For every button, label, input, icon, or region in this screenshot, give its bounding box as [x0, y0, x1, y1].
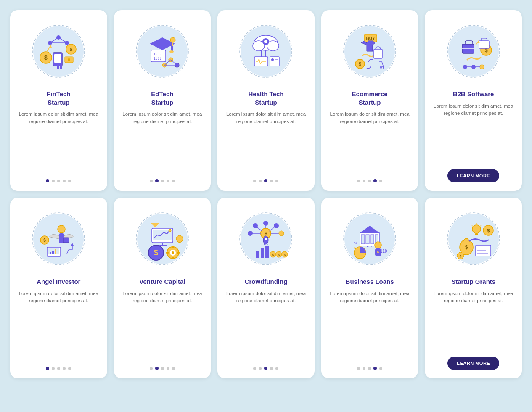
card-angel: $ Angel Investor Lorem ipsum dolor sit d…: [10, 198, 107, 378]
edtech-icon: 1010 1001: [129, 18, 196, 85]
svg-point-69: [463, 65, 467, 69]
angel-title: Angel Investor: [37, 277, 80, 286]
dot: [172, 180, 175, 182]
svg-text:1010: 1010: [154, 53, 161, 56]
angel-dots: [46, 367, 71, 370]
fintech-footer: [16, 179, 101, 182]
dot: [161, 180, 164, 182]
svg-point-103: [176, 235, 183, 242]
svg-point-70: [471, 65, 476, 69]
dot: [52, 180, 55, 182]
b2b-body: Lorem ipsum dolor sit dim amet, mea regi…: [431, 103, 516, 164]
svg-rect-82: [52, 251, 54, 254]
card-grid: $ $: [10, 10, 522, 378]
dot: [373, 367, 377, 370]
svg-point-114: [253, 223, 258, 228]
edtech-footer: [120, 179, 205, 182]
dot: [363, 180, 365, 182]
edtech-body: Lorem ipsum dolor sit dim amet, mea regi…: [120, 111, 205, 173]
crowdfunding-title: Crowdfunding: [245, 277, 288, 286]
svg-rect-123: [265, 246, 269, 258]
svg-point-91: [169, 229, 171, 232]
angel-icon: $: [25, 205, 92, 272]
healthtech-title: Health TechStartup: [249, 90, 284, 106]
svg-text:110: 110: [380, 249, 387, 254]
dot: [368, 367, 371, 370]
dot: [357, 180, 360, 182]
ecommerce-dots: [357, 179, 382, 182]
card-loans: $ 110 % $ Business Loans Lorem ipsum dol…: [321, 198, 418, 378]
dot: [368, 180, 371, 182]
card-venture: $ Venture Capital Lorem ipsum dolor sit …: [114, 198, 211, 378]
svg-text:$: $: [354, 246, 356, 250]
dot: [155, 179, 159, 182]
card-b2b: $ B2B Software Lorem ipsum dolor sit dim…: [425, 10, 522, 191]
grants-body: Lorem ipsum dolor sit dim amet, mea regi…: [431, 290, 516, 351]
ecommerce-title: EcommerceStartup: [352, 90, 388, 106]
dot: [259, 367, 262, 370]
crowdfunding-dots: [253, 367, 278, 370]
svg-rect-8: [57, 65, 59, 69]
svg-point-17: [68, 58, 70, 61]
venture-body: Lorem ipsum dolor sit dim amet, mea regi…: [120, 290, 205, 361]
grants-learn-button[interactable]: LEARN MORE: [447, 357, 499, 370]
card-crowdfunding: $: [217, 198, 315, 378]
svg-text:BUY: BUY: [366, 36, 375, 41]
dot: [379, 367, 382, 370]
dot: [270, 180, 273, 182]
svg-point-0: [33, 26, 84, 77]
loans-dots: [357, 367, 382, 370]
dot: [253, 180, 256, 182]
dot: [46, 179, 49, 182]
healthtech-footer: [223, 179, 309, 182]
svg-point-34: [170, 37, 175, 42]
dot: [363, 367, 365, 370]
edtech-dots: [150, 179, 175, 182]
dot: [63, 367, 66, 370]
svg-text:$: $: [278, 254, 280, 257]
ecommerce-footer: [327, 179, 413, 182]
svg-rect-135: [366, 235, 369, 244]
svg-point-120: [265, 238, 267, 240]
svg-rect-121: [256, 251, 259, 258]
loans-body: Lorem ipsum dolor sit dim amet, mea regi…: [327, 290, 413, 361]
svg-rect-7: [54, 54, 61, 63]
svg-text:1001: 1001: [154, 57, 161, 61]
dot: [275, 180, 278, 182]
svg-text:$: $: [359, 61, 361, 66]
crowdfunding-footer: [223, 367, 309, 370]
svg-rect-99: [172, 246, 174, 248]
fintech-title: FinTechStartup: [47, 90, 70, 106]
dot: [57, 180, 60, 182]
svg-rect-100: [172, 257, 174, 259]
svg-rect-122: [261, 248, 264, 258]
dot: [275, 367, 278, 370]
svg-point-42: [264, 40, 267, 43]
svg-rect-67: [479, 41, 489, 48]
card-fintech: $ $: [10, 10, 107, 191]
svg-rect-47: [270, 57, 279, 66]
dot: [172, 367, 175, 370]
healthtech-icon: [232, 18, 299, 85]
svg-point-76: [58, 225, 65, 233]
dot: [167, 180, 169, 182]
svg-rect-83: [55, 249, 56, 254]
svg-text:$: $: [487, 228, 490, 234]
angel-footer: [16, 367, 101, 370]
svg-rect-81: [50, 252, 51, 254]
b2b-icon: $: [440, 18, 507, 85]
dot: [373, 179, 377, 182]
svg-text:$: $: [273, 254, 274, 257]
b2b-learn-button[interactable]: LEARN MORE: [447, 169, 499, 182]
dot: [150, 180, 153, 182]
svg-text:$: $: [459, 254, 461, 258]
svg-text:$: $: [44, 238, 46, 243]
crowdfunding-body: Lorem ipsum dolor sit dim amet, mea regi…: [223, 290, 309, 361]
loans-footer: [327, 367, 413, 370]
svg-text:$: $: [465, 244, 468, 250]
svg-point-24: [169, 50, 174, 53]
svg-point-116: [274, 223, 279, 228]
crowdfunding-icon: $: [232, 205, 299, 272]
svg-point-59: [380, 67, 382, 69]
dot: [63, 180, 66, 182]
